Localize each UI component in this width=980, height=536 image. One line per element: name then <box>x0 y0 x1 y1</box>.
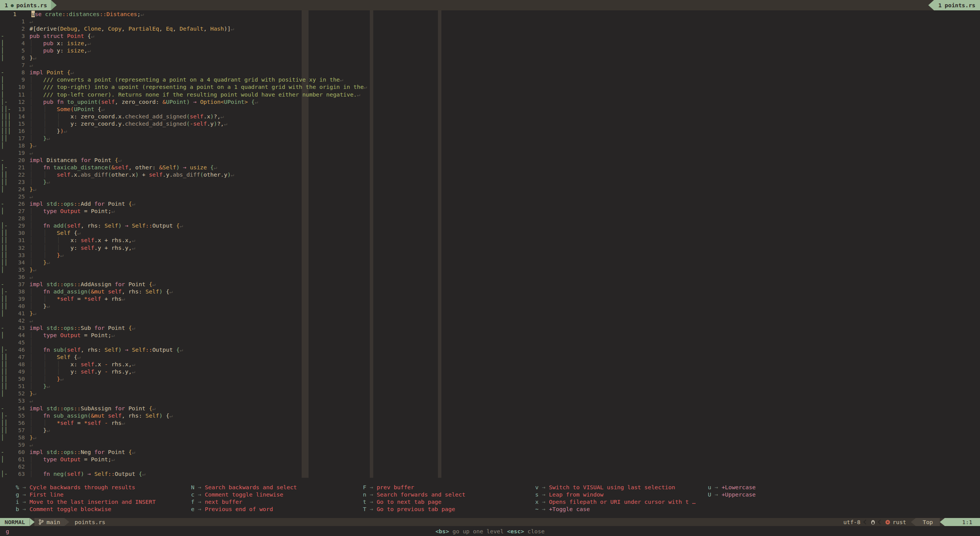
fold-column[interactable]: │- <box>0 470 11 477</box>
code-line[interactable]: │24}↵ <box>0 185 980 193</box>
fold-column[interactable]: │- <box>0 98 11 105</box>
line-number[interactable]: 63 <box>11 470 25 477</box>
code-line[interactable]: │44│ type Output = Point;↵ <box>0 331 980 339</box>
code-line[interactable]: │61│ type Output = Point;↵ <box>0 456 980 463</box>
code-line[interactable]: 59↵ <box>0 441 980 448</box>
code-line[interactable]: 1↵ <box>0 18 980 25</box>
line-number[interactable]: 28 <box>11 215 25 222</box>
code-line[interactable]: ││48│ │ │ x: self.x - rhs.x,↵ <box>0 361 980 368</box>
fold-column[interactable]: │ <box>0 142 11 149</box>
code-line[interactable]: 36↵ <box>0 273 980 280</box>
code-line[interactable]: 42↵ <box>0 317 980 324</box>
code-line[interactable]: │-12│ pub fn to_upoint(self, zero_coord:… <box>0 98 980 105</box>
fold-column[interactable]: │ <box>0 310 11 317</box>
code-line[interactable]: 1use crate::distances::Distances;↵ <box>0 10 980 18</box>
line-number[interactable]: 56 <box>11 419 25 426</box>
fold-column[interactable]: │ <box>0 390 11 397</box>
code-line[interactable]: 19↵ <box>0 149 980 156</box>
fold-column[interactable]: │ <box>0 91 11 98</box>
code-line[interactable]: ││57│ }↵ <box>0 426 980 434</box>
code-line[interactable]: 2#[derive(Debug, Clone, Copy, PartialEq,… <box>0 25 980 32</box>
line-number[interactable]: 48 <box>11 361 25 368</box>
fold-column[interactable]: │ <box>0 83 11 90</box>
line-number[interactable]: 57 <box>11 426 25 434</box>
fold-column[interactable]: │- <box>0 222 11 229</box>
fold-column[interactable]: ││ <box>0 251 11 259</box>
fold-column[interactable]: │- <box>0 288 11 295</box>
fold-column[interactable] <box>0 193 11 200</box>
code-line[interactable]: │-38│ fn add_assign(&mut self, rhs: Self… <box>0 288 980 295</box>
line-number[interactable]: 6 <box>11 54 25 61</box>
fold-column[interactable]: ││ <box>0 244 11 251</box>
code-line[interactable]: ││22│ │ self.x.abs_diff(other.x) + self.… <box>0 171 980 178</box>
fold-column[interactable]: ││ <box>0 259 11 266</box>
fold-column[interactable]: - <box>0 69 11 76</box>
code-line[interactable]: ││31│ │ │ x: self.x + rhs.x,↵ <box>0 236 980 244</box>
line-number[interactable]: 21 <box>11 164 25 171</box>
editor-window[interactable]: 1use crate::distances::Distances;↵1↵2#[d… <box>0 10 980 518</box>
line-number[interactable]: 58 <box>11 434 25 441</box>
code-line[interactable]: │58}↵ <box>0 434 980 441</box>
fold-column[interactable] <box>0 463 11 470</box>
code-line[interactable]: -26impl std::ops::Add for Point {↵ <box>0 200 980 207</box>
fold-column[interactable]: - <box>0 156 11 164</box>
fold-column[interactable] <box>0 317 11 324</box>
line-number[interactable]: 17 <box>11 134 25 142</box>
line-number[interactable]: 49 <box>11 368 25 375</box>
line-number[interactable]: 33 <box>11 251 25 259</box>
line-number[interactable]: 7 <box>11 61 25 69</box>
line-number[interactable]: 3 <box>11 32 25 39</box>
fold-column[interactable]: │- <box>0 164 11 171</box>
code-line[interactable]: │││15│ │ │ y: zero_coord.y.checked_add_s… <box>0 120 980 127</box>
line-number[interactable]: 36 <box>11 273 25 280</box>
line-number[interactable]: 55 <box>11 412 25 419</box>
line-number[interactable]: 2 <box>11 25 25 32</box>
line-number[interactable]: 9 <box>11 76 25 83</box>
line-number[interactable]: 5 <box>11 47 25 54</box>
fold-column[interactable]: ││ <box>0 368 11 375</box>
tab-page-indicator[interactable]: 1points.rs <box>928 0 980 10</box>
line-number[interactable]: 39 <box>11 295 25 302</box>
code-line[interactable]: ││39│ │ *self = *self + rhs↵ <box>0 295 980 302</box>
code-line[interactable]: ││56│ │ *self = *self - rhs↵ <box>0 419 980 426</box>
code-line[interactable]: 25↵ <box>0 193 980 200</box>
line-number[interactable]: 12 <box>11 98 25 105</box>
fold-column[interactable] <box>0 61 11 69</box>
code-line[interactable]: ││50│ │ }↵ <box>0 375 980 382</box>
line-number[interactable]: 1 <box>11 18 25 25</box>
fold-column[interactable]: ││ <box>0 134 11 142</box>
line-number[interactable]: 25 <box>11 193 25 200</box>
line-number[interactable]: 11 <box>11 91 25 98</box>
code-line[interactable]: -20impl Distances for Point {↵ <box>0 156 980 164</box>
buffer-tab-points-rs[interactable]: 1●points.rs <box>0 0 51 10</box>
code-line[interactable]: -54impl std::ops::SubAssign for Point {↵ <box>0 405 980 412</box>
line-number[interactable]: 19 <box>11 149 25 156</box>
code-line[interactable]: │4│ pub x: isize,↵ <box>0 39 980 47</box>
code-line[interactable]: ││40│ }↵ <box>0 302 980 310</box>
line-number[interactable]: 30 <box>11 229 25 236</box>
line-number[interactable]: 8 <box>11 69 25 76</box>
line-number[interactable]: 53 <box>11 397 25 404</box>
line-number[interactable]: 18 <box>11 142 25 149</box>
fold-column[interactable]: - <box>0 280 11 288</box>
fold-column[interactable]: │ <box>0 266 11 273</box>
code-line[interactable]: │9│ /// converts a point (representing a… <box>0 76 980 83</box>
fold-column[interactable] <box>0 149 11 156</box>
fold-column[interactable]: │ <box>0 456 11 463</box>
fold-column[interactable]: - <box>0 405 11 412</box>
line-number[interactable]: 10 <box>11 83 25 90</box>
code-line[interactable]: 45│ <box>0 339 980 346</box>
git-branch-segment[interactable]: main <box>34 518 64 526</box>
line-number[interactable]: 29 <box>11 222 25 229</box>
fold-column[interactable]: ││ <box>0 361 11 368</box>
fold-column[interactable]: ││ <box>0 171 11 178</box>
line-number[interactable]: 42 <box>11 317 25 324</box>
fold-column[interactable]: ││ <box>0 426 11 434</box>
fold-column[interactable]: - <box>0 324 11 331</box>
fold-column[interactable] <box>0 397 11 404</box>
fold-column[interactable]: │- <box>0 346 11 353</box>
fold-column[interactable]: ││ <box>0 229 11 236</box>
line-number[interactable]: 45 <box>11 339 25 346</box>
command-line[interactable]: g <bs> go up one level <esc> close <box>0 526 980 536</box>
fold-column[interactable]: - <box>0 32 11 39</box>
